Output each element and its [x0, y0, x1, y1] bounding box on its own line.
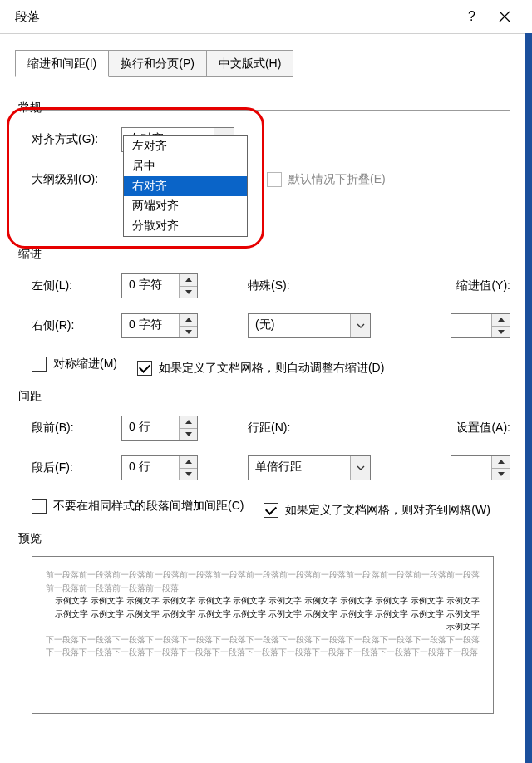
special-indent-label: 特殊(S): [248, 278, 331, 293]
dropdown-button[interactable] [350, 314, 370, 337]
indent-by-value [451, 314, 491, 337]
spacing-at-spinner[interactable] [451, 455, 510, 480]
collapse-by-default-label: 默认情况下折叠(E) [288, 172, 386, 187]
line-spacing-label: 行距(N): [248, 421, 331, 436]
section-general: 常规 [18, 101, 510, 116]
dialog-title: 段落 [15, 9, 40, 25]
spinner-up-icon[interactable] [180, 456, 197, 469]
spinner-up-icon[interactable] [180, 416, 197, 429]
titlebar: 段落 ? [0, 0, 532, 33]
section-indent: 缩进 [18, 247, 510, 262]
indent-right-label: 右侧(R): [15, 318, 121, 333]
spacing-at-label: 设置值(A): [456, 421, 510, 436]
space-after-value: 0 行 [122, 456, 179, 480]
section-preview: 预览 [18, 531, 510, 546]
checkbox-box [267, 172, 282, 187]
spinner-down-icon[interactable] [180, 287, 197, 298]
indent-left-label: 左侧(L): [15, 278, 121, 293]
preview-prev-para: 前一段落前一段落前一段落前一段落前一段落前一段落前一段落前一段落前一段落前一段落… [46, 569, 480, 594]
close-button[interactable] [489, 9, 520, 24]
indent-right-spinner[interactable]: 0 字符 [121, 313, 198, 338]
indent-right-value: 0 字符 [122, 314, 179, 337]
checkbox-box [32, 499, 47, 514]
mirror-indents-checkbox[interactable]: 对称缩进(M) [15, 357, 117, 372]
dropdown-button[interactable] [350, 456, 370, 480]
spinner-down-icon[interactable] [492, 327, 510, 338]
window-right-edge [525, 33, 532, 763]
alignment-option-center[interactable]: 居中 [124, 156, 247, 176]
space-before-spinner[interactable]: 0 行 [121, 416, 198, 441]
alignment-label: 对齐方式(G): [15, 132, 121, 147]
special-indent-combo[interactable]: (无) [248, 313, 371, 338]
tab-line-page-breaks[interactable]: 换行和分页(P) [108, 50, 207, 77]
checkbox-box [137, 361, 152, 376]
preview-next-para: 下一段落下一段落下一段落下一段落下一段落下一段落下一段落下一段落下一段落下一段落… [46, 633, 480, 659]
spinner-up-icon[interactable] [180, 274, 197, 287]
alignment-option-right[interactable]: 右对齐 [124, 176, 247, 196]
no-space-same-style-label: 不要在相同样式的段落间增加间距(C) [53, 499, 244, 514]
indent-left-value: 0 字符 [122, 274, 179, 298]
indent-by-label: 缩进值(Y): [456, 278, 510, 293]
spinner-down-icon[interactable] [180, 469, 197, 480]
line-spacing-combo[interactable]: 单倍行距 [248, 455, 371, 480]
space-before-label: 段前(B): [15, 421, 121, 436]
spinner-up-icon[interactable] [492, 456, 510, 469]
space-before-value: 0 行 [122, 416, 179, 440]
spinner-down-icon[interactable] [180, 327, 197, 338]
tab-row: 缩进和间距(I) 换行和分页(P) 中文版式(H) [15, 47, 525, 77]
alignment-option-left[interactable]: 左对齐 [124, 136, 247, 156]
auto-adjust-right-indent-checkbox[interactable]: 如果定义了文档网格，则自动调整右缩进(D) [121, 361, 384, 376]
mirror-indents-label: 对称缩进(M) [53, 357, 117, 372]
checkbox-box [264, 503, 278, 518]
preview-sample-text: 示例文字 示例文字 示例文字 示例文字 示例文字 示例文字 示例文字 示例文字 … [46, 594, 480, 633]
spacing-at-value [451, 456, 491, 480]
snap-to-grid-label: 如果定义了文档网格，则对齐到网格(W) [285, 503, 490, 518]
indent-left-spinner[interactable]: 0 字符 [121, 273, 198, 298]
space-after-spinner[interactable]: 0 行 [121, 455, 198, 480]
spinner-up-icon[interactable] [492, 314, 510, 327]
spinner-down-icon[interactable] [492, 469, 510, 480]
snap-to-grid-checkbox[interactable]: 如果定义了文档网格，则对齐到网格(W) [247, 503, 490, 518]
spinner-up-icon[interactable] [180, 314, 197, 327]
no-space-same-style-checkbox[interactable]: 不要在相同样式的段落间增加间距(C) [15, 499, 244, 514]
svg-text:?: ? [468, 9, 475, 23]
alignment-dropdown-list[interactable]: 左对齐 居中 右对齐 两端对齐 分散对齐 [123, 135, 248, 237]
alignment-option-distribute[interactable]: 分散对齐 [124, 216, 247, 236]
special-indent-value: (无) [249, 314, 350, 337]
section-spacing: 间距 [18, 389, 510, 404]
line-spacing-value: 单倍行距 [249, 456, 350, 480]
outline-level-label: 大纲级别(O): [15, 172, 121, 187]
tab-asian-typography[interactable]: 中文版式(H) [206, 50, 293, 77]
space-after-label: 段后(F): [15, 460, 121, 475]
tab-indent-spacing[interactable]: 缩进和间距(I) [15, 50, 109, 77]
preview-box: 前一段落前一段落前一段落前一段落前一段落前一段落前一段落前一段落前一段落前一段落… [32, 556, 494, 714]
spinner-down-icon[interactable] [180, 429, 197, 441]
alignment-option-justify[interactable]: 两端对齐 [124, 196, 247, 216]
checkbox-box [32, 357, 47, 372]
help-button[interactable]: ? [454, 9, 489, 24]
indent-by-spinner[interactable] [451, 313, 510, 338]
auto-adjust-right-indent-label: 如果定义了文档网格，则自动调整右缩进(D) [159, 361, 384, 376]
collapse-by-default-checkbox: 默认情况下折叠(E) [267, 172, 386, 187]
